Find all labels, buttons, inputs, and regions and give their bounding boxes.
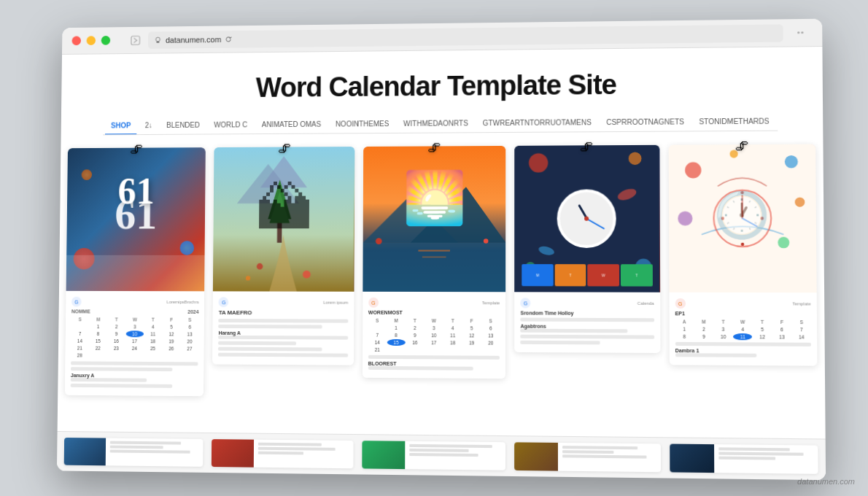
card-5-calendar: A M T W T F S 1 2 3 4 5: [675, 318, 811, 340]
card-2-sublabel: Lorem ipsum: [323, 301, 348, 305]
svg-point-32: [784, 155, 797, 168]
svg-point-35: [778, 237, 789, 249]
svg-point-42: [740, 243, 744, 246]
svg-point-34: [678, 212, 692, 226]
svg-rect-8: [277, 212, 282, 243]
traffic-light-minimize[interactable]: [87, 36, 96, 45]
card-2-body: G Lorem ipsum TA MAEFRO Harang A: [212, 291, 354, 365]
bottom-card-5-image: [670, 444, 714, 473]
card-4-info: Agabtrons: [520, 318, 654, 345]
svg-point-24: [529, 153, 548, 172]
bottom-card-5[interactable]: [670, 444, 818, 474]
nav-item-csp[interactable]: CSPRROOTNAGNETS: [600, 113, 690, 132]
card-5-sublabel: Template: [792, 301, 810, 306]
card-2-lines: Harang A: [218, 319, 348, 357]
card-1-body: G LoremipsBrochrs NOMME 2024 S M: [65, 291, 205, 396]
card-2-image: [213, 147, 354, 292]
bottom-card-1-content: [106, 438, 204, 467]
bottom-card-4[interactable]: [514, 442, 660, 472]
bottom-card-4-content: [558, 443, 661, 472]
card-4-wrapper: 🖇: [514, 145, 660, 353]
nav-item-2[interactable]: 2↓: [139, 117, 158, 135]
svg-point-15: [412, 173, 457, 217]
nav-item-shop[interactable]: SHOP: [105, 117, 136, 136]
card-1-wrapper: 🖇 61 G LoremipsBroch: [65, 147, 206, 396]
svg-point-13: [246, 276, 250, 280]
card-2[interactable]: G Lorem ipsum TA MAEFRO Harang A: [212, 147, 354, 365]
bottom-card-1-image: [64, 438, 106, 465]
binder-clip-3: 🖇: [427, 140, 441, 155]
binder-clip-2: 🖇: [278, 142, 291, 157]
svg-point-41: [760, 217, 764, 220]
card-3-heading: WORENMOST: [368, 310, 500, 316]
svg-point-43: [721, 217, 724, 220]
bottom-card-2[interactable]: [212, 439, 353, 468]
traffic-light-fullscreen[interactable]: [101, 36, 111, 45]
bottom-card-3-content: [405, 441, 505, 470]
bottom-card-1[interactable]: [64, 438, 204, 467]
sunset-svg: [363, 146, 505, 292]
card-4-sublabel: Calenda: [638, 301, 654, 306]
card-3[interactable]: G Template WORENMOST S M T W T: [363, 146, 506, 379]
card-5[interactable]: G Template EP1 A M T W T: [668, 144, 817, 366]
card-4-badge: G: [520, 298, 530, 308]
card-3-image: [363, 146, 505, 292]
bottom-card-5-content: [714, 444, 818, 474]
binder-clip-1: 🖇: [130, 142, 143, 158]
bottom-card-3[interactable]: [362, 441, 505, 470]
card-3-wrapper: 🖇: [363, 146, 506, 379]
back-button[interactable]: [128, 33, 142, 47]
clock-center-dot: [584, 217, 589, 221]
card-2-badge: G: [219, 297, 229, 307]
card-5-info: Dambra 1: [675, 342, 812, 357]
bottom-card-2-content: [254, 440, 353, 469]
floral-svg: [668, 144, 816, 293]
nav-item-ston[interactable]: STONIDMETHARDS: [693, 112, 775, 131]
nav-item-animated[interactable]: ANIMATED OMAS: [256, 116, 327, 134]
site-header: Word Calendar Template Site SHOP 2↓ BLEN…: [61, 47, 824, 136]
url-text: datanumen.com: [166, 35, 221, 44]
lock-icon: [154, 36, 163, 44]
card-5-body: G Template EP1 A M T W T: [669, 292, 817, 366]
nav-item-gtw[interactable]: GTWREARTNTORRUOTAMENS: [477, 114, 597, 133]
card-2-wrapper: 🖇: [212, 147, 354, 365]
clock-face: [557, 189, 616, 248]
traffic-light-close[interactable]: [72, 36, 82, 45]
nav-item-world[interactable]: WORLD C: [208, 117, 253, 135]
address-bar[interactable]: datanumen.com: [148, 24, 783, 49]
refresh-icon[interactable]: [225, 36, 232, 43]
nav-item-blended[interactable]: BLENDED: [160, 117, 205, 135]
card-3-body: G Template WORENMOST S M T W T: [363, 292, 506, 379]
binder-clip-5: 🖇: [735, 139, 749, 154]
browser-content: Word Calendar Template Site SHOP 2↓ BLEN…: [57, 47, 826, 480]
card-5-image: [668, 144, 816, 293]
svg-line-1: [134, 38, 137, 40]
bottom-card-3-image: [362, 441, 405, 469]
card-1-sublabel: LoremipsBrochrs: [166, 300, 198, 304]
svg-marker-10: [270, 192, 290, 223]
svg-point-40: [740, 191, 744, 194]
card-3-info: BLOOREST: [368, 355, 500, 371]
card-4-heading: Srondom Time Holloy: [520, 310, 654, 316]
card-1-image: 61: [66, 147, 206, 291]
svg-marker-9: [268, 179, 292, 219]
nav-item-noo[interactable]: NOOINTHEMES: [330, 115, 395, 133]
card-5-wrapper: 🖇: [668, 144, 817, 366]
binder-clip-4: 🖇: [580, 139, 593, 155]
svg-rect-0: [131, 36, 140, 44]
nature-path-svg: [213, 147, 354, 292]
card-5-heading: EP1: [675, 311, 810, 317]
card-4-image: M T W T: [514, 145, 659, 292]
card-1[interactable]: 61 G LoremipsBrochrs NOMME 2024: [65, 147, 206, 396]
bottom-card-2-image: [212, 439, 254, 468]
card-1-badge: G: [71, 297, 82, 307]
svg-point-25: [629, 152, 642, 165]
svg-line-39: [742, 218, 756, 226]
nav-item-with[interactable]: WITHMEDAONRTS: [398, 115, 474, 133]
card-2-heading: TA MAEFRO: [219, 309, 348, 317]
card-4[interactable]: M T W T G Calenda Srondom: [514, 145, 660, 353]
cards-area: 🖇 61 G LoremipsBroch: [58, 131, 826, 438]
card-3-badge: G: [368, 298, 379, 308]
browser-window: datanumen.com Word Calendar Template Sit…: [57, 19, 826, 481]
card-1-info: Januxry A: [71, 361, 198, 388]
